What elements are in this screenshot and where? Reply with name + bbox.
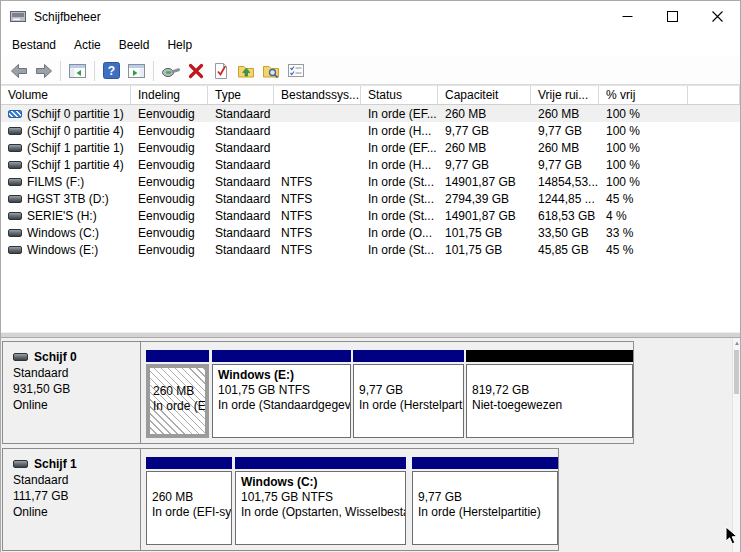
disk-icon (13, 460, 28, 468)
volume-fs (274, 156, 361, 173)
volume-type: Standaard (208, 190, 274, 207)
show-console-tree-button[interactable] (66, 59, 89, 82)
show-action-pane-button[interactable] (125, 59, 148, 82)
volume-vrij: 45,85 GB (531, 241, 599, 258)
disk1-partition-windows-c[interactable]: Windows (C:) 101,75 GB NTFS In orde (Ops… (235, 457, 406, 545)
volume-row-hgst[interactable]: HGST 3TB (D:) Eenvoudig Standaard NTFS I… (1, 190, 740, 207)
volume-pct: 100 % (599, 173, 688, 190)
disk0-unallocated[interactable]: 819,72 GB Niet-toegewezen (466, 350, 633, 438)
folder-search-icon (262, 63, 280, 79)
partition-color-bar (146, 350, 209, 362)
menu-help[interactable]: Help (158, 34, 201, 56)
volume-indeling: Eenvoudig (131, 224, 208, 241)
volume-vrij: 260 MB (531, 139, 599, 156)
volume-fs (274, 122, 361, 139)
volume-status: In orde (H... (361, 122, 438, 139)
volume-capaciteit: 260 MB (438, 105, 531, 122)
partition-icon (8, 229, 22, 237)
volume-name: FILMS (F:) (27, 175, 84, 189)
delete-icon (188, 63, 204, 79)
forward-icon (35, 63, 53, 79)
volume-row-schijf0-partitie1[interactable]: (Schijf 0 partitie 1) Eenvoudig Standaar… (1, 105, 740, 122)
column-header-bestandssysteem[interactable]: Bestandssys... (274, 86, 361, 104)
volume-capaciteit: 14901,87 GB (438, 173, 531, 190)
explore-button[interactable] (259, 59, 282, 82)
volume-name: (Schijf 0 partitie 1) (27, 107, 124, 121)
disk-status: Online (13, 397, 140, 413)
toolbar-separator (60, 61, 61, 81)
toolbar-separator (94, 61, 95, 81)
volume-vrij: 1244,85 ... (531, 190, 599, 207)
rescan-disks-icon (161, 63, 180, 79)
disk0-partition-efi[interactable]: 260 MB In orde (EFI-systeempartitie) (146, 350, 209, 438)
partition-size: 260 MB (152, 490, 226, 505)
volume-capaciteit: 9,77 GB (438, 156, 531, 173)
volume-vrij: 14854,53... (531, 173, 599, 190)
volume-row-schijf1-partitie1[interactable]: (Schijf 1 partitie 1) Eenvoudig Standaar… (1, 139, 740, 156)
disk1-partition-recovery[interactable]: 9,77 GB In orde (Herstelpartitie) (412, 457, 558, 545)
close-button[interactable] (695, 1, 740, 32)
volume-row-schijf0-partitie4[interactable]: (Schijf 0 partitie 4) Eenvoudig Standaar… (1, 122, 740, 139)
volume-row-films[interactable]: FILMS (F:) Eenvoudig Standaard NTFS In o… (1, 173, 740, 190)
menu-beeld[interactable]: Beeld (110, 34, 159, 56)
column-header-type[interactable]: Type (208, 86, 274, 104)
partition-status: In orde (Herstelpartitie) (359, 398, 458, 413)
partition-color-bar (353, 350, 464, 362)
volume-type: Standaard (208, 105, 274, 122)
partition-status: In orde (Standaardgegevenspartitie) (218, 398, 345, 413)
disk0-partition-windows-e[interactable]: Windows (E:) 101,75 GB NTFS In orde (Sta… (212, 350, 351, 438)
mark-partition-active-button[interactable] (209, 59, 232, 82)
properties-button[interactable] (284, 59, 307, 82)
scroll-up-arrow-icon[interactable]: ▲ (734, 340, 740, 346)
disk0-partition-recovery[interactable]: 9,77 GB In orde (Herstelpartitie) (353, 350, 464, 438)
volume-name: (Schijf 0 partitie 4) (27, 124, 124, 138)
partition-status: Niet-toegewezen (472, 398, 627, 413)
minimize-button[interactable] (605, 1, 650, 32)
scrollbar-thumb[interactable] (734, 350, 739, 394)
volume-fs: NTFS (274, 190, 361, 207)
rescan-disks-button[interactable] (159, 59, 182, 82)
delete-volume-button[interactable] (184, 59, 207, 82)
vertical-scrollbar[interactable]: ▲ (732, 338, 740, 552)
volume-name: HGST 3TB (D:) (27, 192, 109, 206)
disk1-label[interactable]: Schijf 1 Standaard 111,77 GB Online (3, 449, 141, 550)
disk-type: Standaard (13, 472, 140, 488)
forward-button[interactable] (32, 59, 55, 82)
volume-list: Volume Indeling Type Bestandssys... Stat… (1, 85, 740, 332)
volume-row-windows-e[interactable]: Windows (E:) Eenvoudig Standaard NTFS In… (1, 241, 740, 258)
volume-row-windows-c[interactable]: Windows (C:) Eenvoudig Standaard NTFS In… (1, 224, 740, 241)
column-header-volume[interactable]: Volume (1, 86, 131, 104)
partition-icon (8, 178, 22, 186)
column-header-pct-vrij[interactable]: % vrij (599, 86, 688, 104)
volume-indeling: Eenvoudig (131, 139, 208, 156)
minimize-icon (622, 11, 633, 22)
toolbar-separator (153, 61, 154, 81)
volume-type: Standaard (208, 122, 274, 139)
menu-actie[interactable]: Actie (65, 34, 110, 56)
partition-size: 260 MB (153, 384, 202, 399)
column-header-indeling[interactable]: Indeling (131, 86, 208, 104)
column-header-capaciteit[interactable]: Capaciteit (438, 86, 531, 104)
partition-icon (8, 127, 22, 135)
back-button[interactable] (7, 59, 30, 82)
partition-color-bar (146, 457, 232, 469)
help-button[interactable]: ? (100, 59, 123, 82)
volume-type: Standaard (208, 224, 274, 241)
volume-pct: 100 % (599, 139, 688, 156)
open-button[interactable] (234, 59, 257, 82)
partition-color-bar (212, 350, 351, 362)
maximize-button[interactable] (650, 1, 695, 32)
volume-status: In orde (EF... (361, 139, 438, 156)
volume-fs: NTFS (274, 241, 361, 258)
menu-bestand[interactable]: Bestand (3, 34, 65, 56)
volume-row-schijf1-partitie4[interactable]: (Schijf 1 partitie 4) Eenvoudig Standaar… (1, 156, 740, 173)
disk0-label[interactable]: Schijf 0 Standaard 931,50 GB Online (3, 342, 141, 443)
disk1-partition-efi[interactable]: 260 MB In orde (EFI-systeempartitie) (146, 457, 232, 545)
folder-up-arrow-icon (237, 63, 255, 79)
volume-status: In orde (St... (361, 207, 438, 224)
partition-name (152, 475, 226, 490)
volume-vrij: 618,53 GB (531, 207, 599, 224)
volume-row-series[interactable]: SERIE'S (H:) Eenvoudig Standaard NTFS In… (1, 207, 740, 224)
column-header-vrije-ruimte[interactable]: Vrije rui... (531, 86, 599, 104)
column-header-status[interactable]: Status (361, 86, 438, 104)
